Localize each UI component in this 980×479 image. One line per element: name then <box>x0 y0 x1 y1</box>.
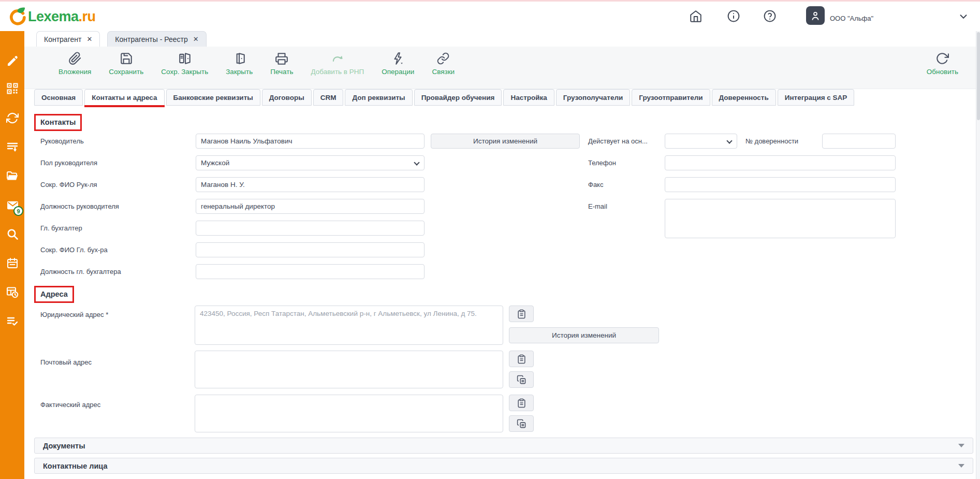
field-label: Гл. бухгалтер <box>40 224 82 232</box>
report-schedule-icon[interactable] <box>6 286 19 298</box>
field-label: Должность руководителя <box>40 202 119 210</box>
legal-address-paste-button[interactable] <box>509 306 534 322</box>
tab-dop-rekvizity[interactable]: Доп реквизиты <box>345 89 412 106</box>
sidebar: 9 <box>0 31 24 479</box>
help-icon[interactable] <box>763 9 777 23</box>
window-tab-kontragenty-reestr[interactable]: Контрагенты - Реестр ✕ <box>107 31 206 47</box>
redo-arrow-icon <box>331 52 344 65</box>
calendar-icon[interactable] <box>6 257 19 269</box>
mail-badge: 9 <box>13 206 23 216</box>
close-icon[interactable]: ✕ <box>193 35 199 43</box>
leader-short-name-input[interactable] <box>196 177 425 192</box>
tab-osnovnaya[interactable]: Основная <box>34 89 83 106</box>
folder-icon[interactable] <box>6 170 19 182</box>
print-button[interactable]: Печать <box>270 52 293 76</box>
mail-icon[interactable]: 9 <box>6 199 19 211</box>
contacts-section-header: Контакты <box>34 114 82 131</box>
leader-gender-select[interactable]: Мужской <box>196 155 425 170</box>
postal-address-copy-button[interactable] <box>509 371 534 388</box>
accordion-kontaktnye-litsa[interactable]: Контактные лица <box>34 458 973 474</box>
user-avatar[interactable] <box>806 6 825 25</box>
form-body: Контакты Руководитель Пол руководителя М… <box>24 108 980 479</box>
tab-dogovory[interactable]: Договоры <box>262 89 312 106</box>
window-tab-bar: Контрагент ✕ Контрагенты - Реестр ✕ <box>24 31 980 47</box>
save-close-button[interactable]: Сохр. Закрыть <box>161 52 208 76</box>
close-icon[interactable]: ✕ <box>86 35 92 43</box>
window-tab-kontragent[interactable]: Контрагент ✕ <box>36 31 100 47</box>
company-name: ООО "Альфа" <box>830 14 873 22</box>
search-icon[interactable] <box>6 228 19 240</box>
lexema-logo[interactable]: Lexema.ru <box>7 7 96 26</box>
tasks-check-icon[interactable] <box>6 315 19 327</box>
acts-on-basis-label: Действует на осн... <box>588 137 648 145</box>
links-button[interactable]: Связки <box>432 52 455 76</box>
sync-icon[interactable] <box>6 112 19 124</box>
chief-accountant-position-input[interactable] <box>196 264 425 279</box>
chevron-down-icon <box>414 159 419 165</box>
form-tab-bar: Основная Контакты и адреса Банковские ре… <box>24 89 980 108</box>
header-chevron-down-icon[interactable] <box>958 11 969 22</box>
accordion-dokumenty[interactable]: Документы <box>34 438 973 454</box>
contacts-history-button[interactable]: История изменений <box>431 134 580 149</box>
actual-address-textarea[interactable] <box>195 395 503 432</box>
window-tab-label: Контрагенты - Реестр <box>115 35 187 43</box>
home-icon[interactable] <box>689 9 703 23</box>
tab-bankovskie-rekvizity[interactable]: Банковские реквизиты <box>166 89 260 106</box>
operations-button[interactable]: Операции <box>382 52 414 76</box>
scrollbar-thumb[interactable] <box>977 32 980 120</box>
lightning-icon <box>391 52 405 65</box>
qr-code-icon[interactable] <box>6 82 19 95</box>
save-button[interactable]: Сохранить <box>109 52 143 76</box>
export-list-icon[interactable] <box>6 141 19 153</box>
edit-pencil-icon[interactable] <box>6 55 19 67</box>
attachments-button[interactable]: Вложения <box>58 52 91 76</box>
phone-label: Телефон <box>588 159 616 167</box>
tab-nastroyka[interactable]: Настройка <box>503 89 554 106</box>
tab-gruzopoluchateli[interactable]: Грузополучатели <box>556 89 630 106</box>
field-label: Сокр. ФИО Гл. бух-ра <box>40 246 108 254</box>
save-close-icon <box>178 52 192 65</box>
window-tab-label: Контрагент <box>44 35 81 43</box>
fax-input[interactable] <box>665 177 896 192</box>
poa-number-input[interactable] <box>822 134 896 149</box>
chevron-down-icon <box>726 138 732 143</box>
accordion-label: Документы <box>43 442 85 450</box>
acts-on-basis-select[interactable] <box>665 134 737 149</box>
tab-provayder-obucheniya[interactable]: Провайдер обучения <box>414 89 502 106</box>
clipboard-icon <box>517 354 526 364</box>
lexema-logo-icon <box>7 7 27 26</box>
close-button[interactable]: Закрыть <box>226 52 253 76</box>
chain-link-icon <box>436 52 450 65</box>
tab-crm[interactable]: CRM <box>313 89 344 106</box>
actual-address-copy-button[interactable] <box>509 415 534 432</box>
leader-position-input[interactable] <box>196 199 425 214</box>
legal-address-textarea[interactable]: 423450, Россия, Респ Татарстан, Альметье… <box>195 306 503 345</box>
chief-accountant-short-input[interactable] <box>196 242 425 257</box>
phone-input[interactable] <box>665 155 896 170</box>
door-close-icon <box>232 52 246 65</box>
tab-gruzootpraviteli[interactable]: Грузоотправители <box>632 89 710 106</box>
copy-icon <box>517 375 526 385</box>
actual-address-label: Фактический адрес <box>40 401 100 409</box>
vertical-scrollbar[interactable] <box>976 31 980 479</box>
add-to-rnp-button: Добавить в РНП <box>311 52 364 76</box>
leader-name-input[interactable] <box>196 134 425 149</box>
tab-integratsiya-s-sap[interactable]: Интеграция с SAP <box>778 89 855 106</box>
postal-address-paste-button[interactable] <box>509 351 534 367</box>
tab-doverennost[interactable]: Доверенность <box>712 89 776 106</box>
tab-kontakty-i-adresa[interactable]: Контакты и адреса <box>84 89 164 106</box>
chief-accountant-input[interactable] <box>196 221 425 236</box>
accordion-label: Контактные лица <box>43 462 108 470</box>
refresh-icon <box>935 52 949 65</box>
paperclip-icon <box>68 52 82 65</box>
postal-address-textarea[interactable] <box>195 351 503 388</box>
refresh-button[interactable]: Обновить <box>927 52 958 76</box>
field-label: Сокр. ФИО Рук-ля <box>40 181 97 188</box>
poa-number-label: № доверенности <box>745 137 798 145</box>
clipboard-icon <box>517 309 526 319</box>
email-textarea[interactable] <box>665 199 896 238</box>
email-label: E-mail <box>588 202 607 210</box>
address-history-button[interactable]: История изменений <box>509 327 659 343</box>
info-icon[interactable] <box>726 9 741 23</box>
actual-address-paste-button[interactable] <box>509 395 534 411</box>
